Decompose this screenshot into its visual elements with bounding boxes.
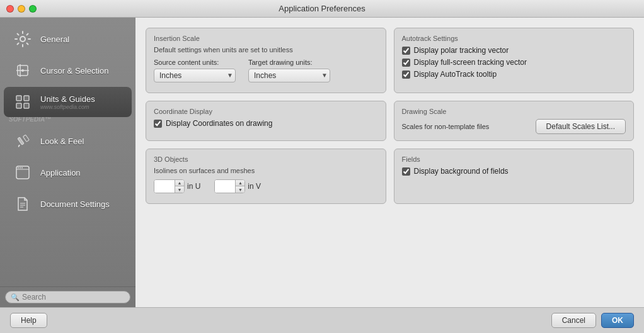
- drawing-scale-title: Drawing Scale: [402, 108, 626, 115]
- target-select[interactable]: Inches: [248, 69, 330, 82]
- sidebar-item-general[interactable]: General: [4, 24, 132, 54]
- default-scales-button[interactable]: Default Scales List...: [536, 119, 626, 134]
- fields-checkbox-row: Display background of fields: [402, 167, 626, 176]
- source-select-wrap: Inches ▼: [154, 69, 236, 82]
- sidebar-search-area: 🔍: [0, 286, 135, 307]
- sidebar-general-label: General: [40, 35, 69, 44]
- svg-point-15: [21, 167, 23, 169]
- sidebar-units-label: Units & Guides: [40, 94, 95, 104]
- svg-rect-6: [24, 96, 29, 101]
- objects-3d-panel: 3D Objects Isolines on surfaces and mesh…: [146, 149, 386, 204]
- minimize-button[interactable]: [18, 5, 25, 13]
- app-icon: [13, 162, 33, 183]
- objects-3d-title: 3D Objects: [154, 155, 378, 163]
- u-input[interactable]: 6: [154, 180, 175, 193]
- sidebar-application-label: Application: [40, 168, 81, 178]
- sidebar-item-cursor[interactable]: Cursor & Selection: [4, 55, 132, 86]
- u-up-button[interactable]: ▲: [175, 180, 184, 186]
- help-button[interactable]: Help: [10, 313, 47, 328]
- v-up-button[interactable]: ▲: [236, 180, 244, 186]
- svg-rect-5: [16, 96, 21, 101]
- drawing-scale-panel: Drawing Scale Scales for non-template fi…: [394, 101, 635, 141]
- sidebar-item-units[interactable]: Units & Guides www.softpedia.com: [4, 87, 132, 117]
- insertion-scale-subtitle: Default settings when units are set to u…: [154, 46, 378, 54]
- v-input[interactable]: 6: [215, 180, 235, 193]
- cancel-button[interactable]: Cancel: [551, 313, 596, 328]
- coordinate-checkbox[interactable]: [154, 120, 162, 128]
- target-col: Target drawing units: Inches ▼: [248, 59, 330, 82]
- ok-button[interactable]: OK: [601, 313, 634, 328]
- sidebar: General Cursor & Selection: [0, 18, 135, 307]
- coordinate-title: Coordinate Display: [154, 108, 378, 115]
- v-spinner: ▲ ▼: [235, 180, 244, 193]
- svg-rect-8: [24, 103, 29, 108]
- sidebar-cursor-label: Cursor & Selection: [40, 66, 108, 76]
- grid-icon: [13, 92, 33, 112]
- u-down-button[interactable]: ▼: [175, 186, 184, 193]
- target-label: Target drawing units:: [248, 59, 330, 66]
- autotrack-polar-checkbox[interactable]: [402, 47, 410, 55]
- brush-icon: [13, 131, 33, 151]
- v-down-button[interactable]: ▼: [236, 186, 244, 193]
- main-container: General Cursor & Selection: [0, 18, 644, 307]
- bottom-right-buttons: Cancel OK: [551, 313, 634, 328]
- coordinate-panel: Coordinate Display Display Coordinates o…: [146, 101, 386, 141]
- v-input-wrap: 6 ▲ ▼ in V: [214, 179, 261, 193]
- gear-icon: [13, 29, 33, 49]
- watermark-line2: www.softpedia.com: [40, 104, 95, 110]
- maximize-button[interactable]: [29, 5, 37, 13]
- u-input-wrap: 6 ▲ ▼ in U: [154, 179, 200, 193]
- row-3: 3D Objects Isolines on surfaces and mesh…: [146, 149, 634, 204]
- autotrack-fullscreen-checkbox[interactable]: [402, 59, 410, 67]
- autotrack-fullscreen-label: Display full-screen tracking vector: [414, 58, 527, 67]
- autotrack-tooltip-row: Display AutoTrack tooltip: [402, 70, 626, 79]
- search-input[interactable]: [22, 293, 125, 302]
- window-controls[interactable]: [6, 5, 37, 13]
- search-input-wrap[interactable]: 🔍: [5, 291, 130, 303]
- v-label: in V: [248, 182, 261, 191]
- autotrack-panel: Autotrack Settings Display polar trackin…: [394, 28, 635, 93]
- autotrack-fullscreen-row: Display full-screen tracking vector: [402, 58, 626, 67]
- sidebar-look-label: Look & Feel: [40, 137, 84, 146]
- window-title: Application Preferences: [279, 4, 365, 13]
- scale-subtitle: Scales for non-template files: [402, 123, 490, 130]
- u-spinner: ▲ ▼: [175, 180, 184, 193]
- fields-panel: Fields Display background of fields: [394, 149, 635, 204]
- source-col: Source content units: Inches ▼: [154, 59, 236, 82]
- search-icon: 🔍: [11, 293, 20, 302]
- svg-rect-9: [18, 137, 24, 145]
- svg-point-14: [20, 167, 21, 169]
- sidebar-document-label: Document Settings: [40, 200, 110, 209]
- autotrack-tooltip-label: Display AutoTrack tooltip: [414, 70, 497, 79]
- source-label: Source content units:: [154, 59, 236, 66]
- fields-checkbox[interactable]: [402, 167, 410, 176]
- u-field-container: 6 ▲ ▼: [154, 179, 185, 193]
- source-target-row: Source content units: Inches ▼ Target dr…: [154, 59, 378, 82]
- svg-point-4: [21, 69, 24, 72]
- coordinate-label: Display Coordinates on drawing: [166, 119, 272, 128]
- insertion-scale-panel: Insertion Scale Default settings when un…: [146, 28, 386, 93]
- autotrack-polar-row: Display polar tracking vector: [402, 46, 626, 55]
- bottom-bar: Help Cancel OK: [0, 307, 644, 333]
- title-bar: Application Preferences: [0, 0, 644, 18]
- sidebar-item-look[interactable]: Look & Feel: [4, 126, 132, 156]
- content-area: Insertion Scale Default settings when un…: [135, 18, 644, 307]
- cursor-icon: [13, 60, 33, 81]
- objects-3d-subtitle: Isolines on surfaces and meshes: [154, 167, 378, 174]
- sidebar-item-application[interactable]: Application: [4, 157, 132, 188]
- autotrack-tooltip-checkbox[interactable]: [402, 71, 410, 79]
- svg-rect-7: [16, 103, 21, 108]
- fields-title: Fields: [402, 155, 626, 163]
- u-label: in U: [187, 182, 200, 191]
- sidebar-item-document[interactable]: Document Settings: [4, 189, 132, 219]
- row-1: Insertion Scale Default settings when un…: [146, 28, 634, 93]
- target-select-wrap: Inches ▼: [248, 69, 330, 82]
- v-field-container: 6 ▲ ▼: [214, 179, 245, 193]
- sidebar-nav: General Cursor & Selection: [0, 18, 135, 286]
- row-2: Coordinate Display Display Coordinates o…: [146, 101, 634, 141]
- svg-rect-10: [23, 135, 29, 142]
- close-button[interactable]: [6, 5, 14, 13]
- source-select[interactable]: Inches: [154, 69, 236, 82]
- isolines-row: 6 ▲ ▼ in U 6 ▲ ▼: [154, 179, 378, 193]
- scale-row: Scales for non-template files Default Sc…: [402, 119, 626, 134]
